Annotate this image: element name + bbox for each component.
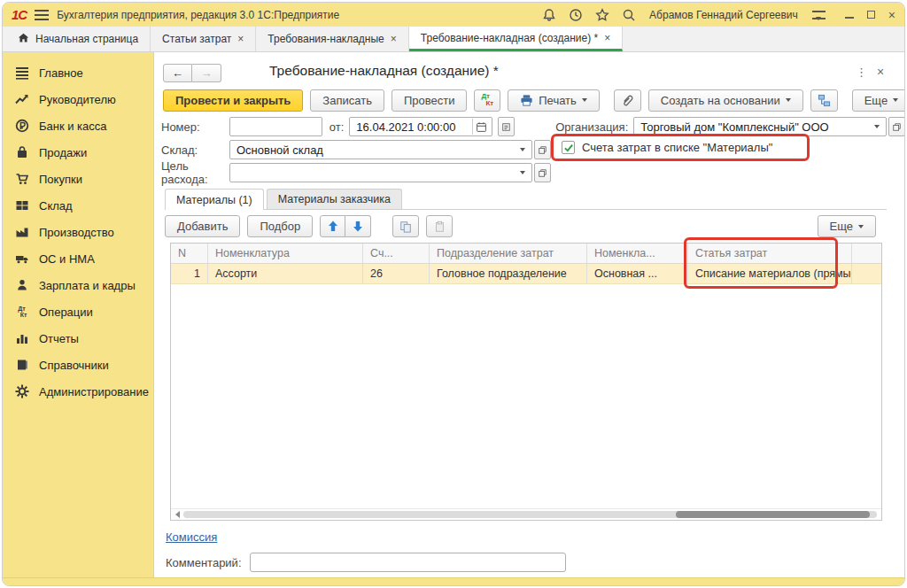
- dt-kt-postings-button[interactable]: ДтКт: [474, 89, 500, 112]
- open-purpose-icon[interactable]: [534, 163, 551, 182]
- checkbox-checked-icon[interactable]: [562, 141, 575, 154]
- pick-button[interactable]: Подбор: [247, 215, 313, 237]
- scroll-left-icon[interactable]: [175, 511, 180, 518]
- tab-bar: Начальная страница Статьи затрат × Требо…: [3, 27, 904, 52]
- warehouse-combo[interactable]: Основной склад: [229, 140, 532, 159]
- sidebar-item-administration[interactable]: Администрирование: [3, 378, 153, 405]
- calendar-icon[interactable]: [472, 119, 490, 135]
- commission-link[interactable]: Комиссия: [166, 530, 217, 544]
- column-header-cost-item[interactable]: Статья затрат: [688, 244, 852, 263]
- attachments-button[interactable]: [614, 89, 641, 112]
- column-header-nomgroup[interactable]: Номенкла...: [587, 244, 688, 263]
- column-header-nomenclature[interactable]: Номенклатура: [208, 244, 363, 263]
- date-input[interactable]: 16.04.2021 0:00:00: [349, 117, 492, 136]
- organization-combo[interactable]: Торговый дом "Комплексный" ООО: [633, 117, 887, 136]
- search-icon[interactable]: [621, 7, 636, 22]
- cell-n[interactable]: 1: [171, 264, 208, 283]
- paste-rows-button[interactable]: [426, 215, 453, 237]
- tab-demand-invoice-new[interactable]: Требование-накладная (создание) * ×: [409, 27, 623, 51]
- cell-nomenclature[interactable]: Ассорти: [208, 264, 363, 283]
- notifications-bell-icon[interactable]: [541, 7, 556, 22]
- scrollbar-track[interactable]: [183, 511, 877, 518]
- create-based-on-button[interactable]: Создать на основании: [648, 89, 803, 112]
- sidebar-item-main[interactable]: Главное: [3, 59, 153, 86]
- tab-customer-materials[interactable]: Материалы заказчика: [267, 189, 402, 209]
- service-settings-icon[interactable]: [811, 7, 826, 22]
- cell-nomgroup[interactable]: Основная ...: [587, 264, 688, 283]
- post-and-close-button[interactable]: Провести и закрыть: [163, 89, 303, 112]
- close-window-button[interactable]: ×: [888, 9, 895, 21]
- chevron-down-icon[interactable]: [516, 141, 530, 159]
- main-menu-icon[interactable]: [35, 10, 49, 20]
- bar-chart-icon: [14, 331, 29, 346]
- cell-account[interactable]: 26: [363, 264, 430, 283]
- column-header-extra: [852, 244, 881, 263]
- form-more-icon[interactable]: ⋮: [856, 66, 867, 79]
- document-list-icon[interactable]: [498, 117, 515, 136]
- cart-icon: [14, 172, 29, 187]
- tab-close-icon[interactable]: ×: [237, 33, 244, 45]
- sidebar-item-operations[interactable]: ДтКт Операции: [3, 298, 153, 325]
- chevron-down-icon: [893, 98, 898, 102]
- back-arrow-button[interactable]: ←: [163, 64, 192, 82]
- sidebar-item-reports[interactable]: Отчеты: [3, 325, 153, 352]
- print-button[interactable]: Печать: [508, 89, 600, 112]
- sidebar-item-label: Руководителю: [39, 93, 116, 106]
- move-up-button[interactable]: [320, 215, 345, 237]
- boxes-icon: [14, 198, 29, 213]
- tab-close-icon[interactable]: ×: [604, 32, 610, 44]
- scrollbar-thumb[interactable]: [676, 511, 870, 518]
- sidebar-item-salary-hr[interactable]: Зарплата и кадры: [3, 272, 153, 298]
- more-button[interactable]: Еще: [852, 89, 904, 112]
- title-bar: 1С Бухгалтерия предприятия, редакция 3.0…: [3, 3, 904, 27]
- history-icon[interactable]: [568, 7, 583, 22]
- post-button[interactable]: Провести: [391, 89, 468, 112]
- table-more-button[interactable]: Еще: [818, 215, 876, 237]
- comment-input[interactable]: [250, 553, 566, 572]
- forward-arrow-button[interactable]: →: [192, 64, 221, 82]
- related-documents-button[interactable]: [810, 89, 838, 112]
- sidebar-item-bank-cash[interactable]: Банк и касса: [3, 112, 153, 139]
- cost-accounts-checkbox[interactable]: Счета затрат в списке "Материалы": [562, 141, 772, 154]
- tab-demand-invoices[interactable]: Требования-накладные ×: [256, 27, 408, 51]
- copy-rows-button[interactable]: [392, 215, 419, 237]
- chevron-down-icon[interactable]: [870, 118, 884, 135]
- save-button[interactable]: Записать: [310, 89, 384, 112]
- sidebar-item-directories[interactable]: Справочники: [3, 352, 153, 378]
- move-down-button[interactable]: [345, 215, 371, 237]
- open-organization-icon[interactable]: [888, 117, 904, 136]
- number-input[interactable]: [229, 117, 322, 136]
- form-close-icon[interactable]: ×: [877, 65, 884, 79]
- column-header-n[interactable]: N: [171, 244, 208, 263]
- cell-department[interactable]: Головное подразделение: [430, 264, 587, 283]
- minimize-button[interactable]: [845, 11, 854, 19]
- tab-materials[interactable]: Материалы (1): [165, 189, 264, 210]
- sidebar-item-sales[interactable]: Продажи: [3, 139, 153, 166]
- sidebar-item-label: Производство: [39, 226, 114, 239]
- table-row[interactable]: 1 Ассорти 26 Головное подразделение Осно…: [171, 264, 881, 284]
- open-warehouse-icon[interactable]: [534, 140, 551, 159]
- sidebar-item-label: Склад: [39, 199, 73, 213]
- factory-icon: [14, 225, 29, 240]
- person-icon: [14, 278, 29, 293]
- bag-icon: [14, 145, 29, 160]
- sidebar-item-fixed-assets[interactable]: ОС и НМА: [3, 245, 153, 272]
- truck-icon: [14, 251, 29, 267]
- purpose-combo[interactable]: [229, 163, 532, 182]
- add-row-button[interactable]: Добавить: [165, 215, 240, 237]
- current-user[interactable]: Абрамов Геннадий Сергеевич: [647, 9, 800, 21]
- column-header-department[interactable]: Подразделение затрат: [430, 244, 587, 263]
- cell-cost-item[interactable]: Списание материалов (прямые в НУ): [688, 264, 852, 283]
- maximize-button[interactable]: [867, 11, 875, 19]
- tab-close-icon[interactable]: ×: [391, 33, 397, 45]
- favorites-star-icon[interactable]: [594, 7, 609, 22]
- sidebar-item-purchases[interactable]: Покупки: [3, 166, 153, 192]
- tab-home[interactable]: Начальная страница: [6, 27, 151, 51]
- sidebar-item-manager[interactable]: Руководителю: [3, 86, 153, 112]
- tab-cost-items[interactable]: Статьи затрат ×: [151, 27, 256, 51]
- sidebar-item-warehouse[interactable]: Склад: [3, 192, 153, 219]
- column-header-account[interactable]: Сч...: [363, 244, 430, 263]
- chevron-down-icon[interactable]: [516, 164, 530, 182]
- sidebar-item-production[interactable]: Производство: [3, 219, 153, 245]
- horizontal-scrollbar[interactable]: [171, 508, 881, 520]
